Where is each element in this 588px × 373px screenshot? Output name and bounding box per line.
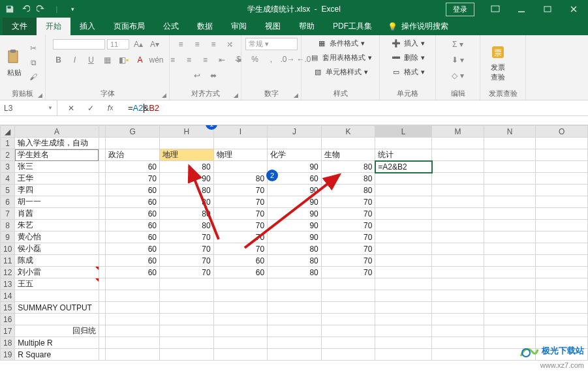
cancel-icon[interactable]: ✕	[61, 100, 81, 116]
cell[interactable]: 70	[321, 267, 375, 278]
tab-layout[interactable]: 页面布局	[104, 18, 154, 35]
cell[interactable]: 张三	[15, 161, 99, 173]
col-N[interactable]: N	[484, 126, 536, 138]
minimize-icon[interactable]	[508, 0, 534, 18]
cell[interactable]: 90	[160, 173, 214, 185]
align-top-icon[interactable]: ≡	[174, 38, 188, 51]
increase-font-icon[interactable]: A▴	[131, 38, 146, 51]
underline-icon[interactable]: U	[84, 53, 99, 67]
cell[interactable]: 60	[106, 231, 160, 243]
cell[interactable]: 70	[321, 255, 375, 267]
row-5[interactable]: 5	[1, 185, 15, 196]
cell[interactable]: 80	[268, 243, 322, 255]
cell[interactable]: 80	[321, 161, 375, 173]
cell[interactable]: 70	[160, 231, 214, 243]
tab-insert[interactable]: 插入	[70, 18, 104, 35]
cell-styles-button[interactable]: ▧单元格样式 ▾	[313, 67, 368, 77]
cell[interactable]: 60	[106, 255, 160, 267]
row-8[interactable]: 8	[1, 220, 15, 231]
row-19[interactable]: 19	[1, 349, 15, 361]
conditional-format-button[interactable]: ▦条件格式 ▾	[317, 38, 365, 48]
maximize-icon[interactable]	[534, 0, 561, 18]
copy-icon[interactable]: ⧉	[26, 56, 40, 69]
align-center-icon[interactable]: ≡	[182, 53, 196, 67]
cell[interactable]: 侯小磊	[15, 243, 99, 255]
fill-color-icon[interactable]: ◧▪	[117, 53, 131, 67]
tab-formulas[interactable]: 公式	[154, 18, 188, 35]
tab-review[interactable]: 审阅	[222, 18, 256, 35]
border-icon[interactable]: ▦	[101, 53, 115, 67]
col-O[interactable]: O	[536, 126, 588, 138]
cut-icon[interactable]: ✂	[26, 42, 40, 55]
align-middle-icon[interactable]: ≡	[190, 38, 204, 51]
save-icon[interactable]	[3, 2, 17, 16]
align-right-icon[interactable]: ≡	[198, 53, 213, 67]
row-7[interactable]: 7	[1, 208, 15, 220]
row-2[interactable]: 2	[1, 149, 15, 161]
delete-cells-button[interactable]: ➖删除 ▾	[391, 52, 425, 63]
cell[interactable]: 70	[160, 243, 214, 255]
cell[interactable]: 80	[160, 196, 214, 208]
col-M[interactable]: M	[432, 126, 484, 138]
tab-home[interactable]: 开始	[37, 18, 70, 35]
cell[interactable]: 80	[160, 208, 214, 220]
cell[interactable]: 学生姓名	[15, 149, 99, 161]
clear-icon[interactable]: ◇ ▾	[451, 69, 465, 82]
login-button[interactable]: 登录	[446, 3, 474, 16]
cell[interactable]: 80	[213, 173, 268, 185]
italic-icon[interactable]: I	[68, 53, 82, 67]
cell[interactable]: 70	[213, 185, 268, 196]
font-name-select[interactable]	[53, 39, 105, 50]
cell[interactable]: 60	[106, 208, 160, 220]
cell[interactable]: R Square	[15, 349, 99, 361]
cell[interactable]: 胡一一	[15, 196, 99, 208]
cell[interactable]: 90	[268, 208, 322, 220]
format-cells-button[interactable]: ▭格式 ▾	[391, 67, 425, 77]
row-13[interactable]: 13	[1, 278, 15, 290]
percent-icon[interactable]: %	[248, 53, 262, 66]
cell[interactable]: 70	[321, 231, 375, 243]
comma-icon[interactable]: ,	[264, 53, 279, 66]
cell[interactable]: 政治	[106, 149, 160, 161]
font-size-select[interactable]: 11	[107, 39, 129, 50]
cell[interactable]: 60	[106, 267, 160, 278]
merge-center-icon[interactable]: ⬌	[206, 69, 221, 82]
wrap-text-icon[interactable]: ↩	[190, 69, 204, 82]
cell[interactable]: 90	[268, 231, 322, 243]
cell[interactable]: 80	[321, 173, 375, 185]
row-10[interactable]: 10	[1, 243, 15, 255]
cell[interactable]: 80	[160, 220, 214, 231]
increase-decimal-icon[interactable]: .0→	[281, 53, 295, 66]
row-18[interactable]: 18	[1, 337, 15, 349]
cell[interactable]: 90	[268, 185, 322, 196]
row-9[interactable]: 9	[1, 231, 15, 243]
phonetic-icon[interactable]: wén	[149, 53, 164, 67]
row-14[interactable]: 14	[1, 290, 15, 302]
paste-button[interactable]: 粘贴	[5, 48, 23, 78]
cell[interactable]: 70	[213, 243, 268, 255]
decrease-font-icon[interactable]: A▾	[147, 38, 162, 51]
cell[interactable]: 生物	[321, 149, 375, 161]
col-L[interactable]: L	[375, 126, 432, 138]
cell[interactable]: 70	[160, 255, 214, 267]
undo-icon[interactable]	[18, 2, 33, 16]
cell[interactable]: 90	[268, 196, 322, 208]
fapiao-button[interactable]: 票 发票 查验	[486, 43, 510, 82]
cell[interactable]: 70	[321, 243, 375, 255]
name-box[interactable]: L3 ▼	[0, 100, 57, 115]
autosum-icon[interactable]: Σ ▾	[451, 38, 465, 51]
bold-icon[interactable]: B	[52, 53, 66, 67]
cell[interactable]: 输入学生成绩，自动	[15, 138, 99, 149]
col-gap[interactable]	[99, 126, 106, 138]
row-17[interactable]: 17	[1, 325, 15, 337]
cell[interactable]: 80	[160, 161, 214, 173]
tab-help[interactable]: 帮助	[290, 18, 324, 35]
align-bottom-icon[interactable]: ≡	[206, 38, 221, 51]
row-16[interactable]: 16	[1, 314, 15, 325]
close-icon[interactable]	[561, 0, 587, 18]
enter-icon[interactable]: ✓	[81, 100, 101, 116]
cell[interactable]: 朱艺	[15, 220, 99, 231]
cell[interactable]: 化学	[268, 149, 322, 161]
cell[interactable]: 70	[321, 220, 375, 231]
cell[interactable]: 80	[321, 185, 375, 196]
